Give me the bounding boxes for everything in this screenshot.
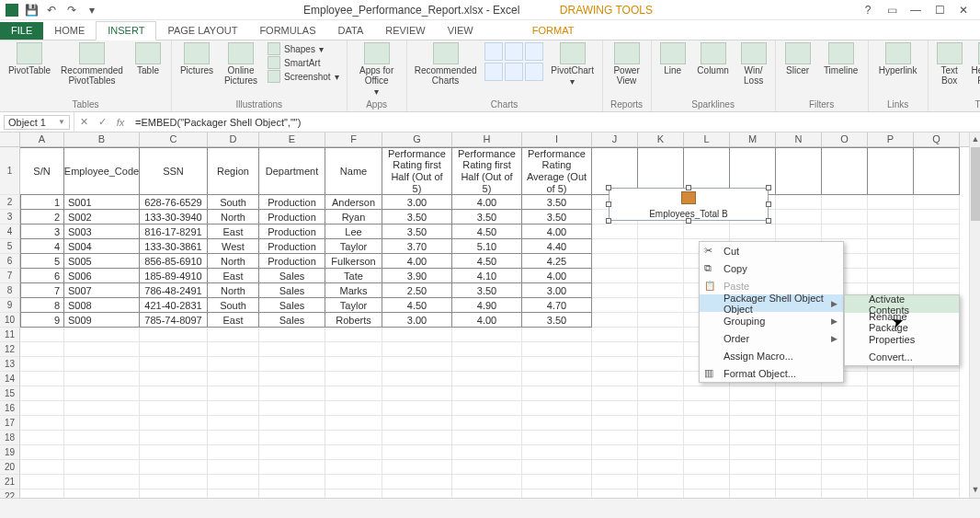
- col-header[interactable]: E: [259, 132, 325, 146]
- resize-handle[interactable]: [606, 201, 611, 207]
- table-cell[interactable]: 3.50: [382, 210, 452, 224]
- col-header[interactable]: A: [20, 132, 64, 146]
- tab-review[interactable]: REVIEW: [374, 22, 436, 40]
- cell[interactable]: [684, 431, 730, 445]
- table-cell[interactable]: 3.50: [522, 313, 592, 328]
- table-cell[interactable]: 4: [20, 239, 64, 254]
- cell[interactable]: [382, 328, 452, 342]
- table-cell[interactable]: Tate: [325, 269, 382, 283]
- select-all-corner[interactable]: [0, 132, 20, 146]
- apps-button[interactable]: Apps for Office ▾: [353, 42, 401, 97]
- cell[interactable]: [259, 386, 325, 401]
- cell[interactable]: [382, 401, 452, 416]
- table-cell[interactable]: S008: [64, 298, 140, 313]
- table-cell[interactable]: North: [208, 254, 259, 269]
- table-header-cell[interactable]: Performance Rating first Half (Out of 5): [452, 147, 522, 195]
- cell[interactable]: [592, 460, 638, 475]
- cell[interactable]: [20, 475, 64, 489]
- table-cell[interactable]: 2.50: [382, 283, 452, 298]
- cell[interactable]: [868, 460, 914, 475]
- cell[interactable]: [822, 147, 868, 195]
- row-header[interactable]: 13: [0, 357, 20, 372]
- cell[interactable]: [140, 445, 208, 460]
- cell[interactable]: [776, 195, 822, 210]
- spreadsheet-grid[interactable]: A B C D E F G H I J K L M N O P Q 1S/NEm…: [0, 132, 980, 498]
- recommended-pivottables-button[interactable]: Recommended PivotTables: [59, 42, 125, 86]
- table-cell[interactable]: 5: [20, 254, 64, 269]
- cell[interactable]: [914, 147, 960, 195]
- table-cell[interactable]: S009: [64, 313, 140, 328]
- cell[interactable]: [208, 416, 259, 431]
- table-cell[interactable]: Marks: [325, 283, 382, 298]
- cell[interactable]: [730, 386, 776, 401]
- menu-item[interactable]: Format Object...: [700, 364, 843, 382]
- cell[interactable]: [914, 401, 960, 416]
- tab-home[interactable]: HOME: [43, 22, 96, 40]
- cell[interactable]: [868, 372, 914, 386]
- table-cell[interactable]: 785-74-8097: [140, 313, 208, 328]
- cell[interactable]: [208, 372, 259, 386]
- cell[interactable]: [914, 489, 960, 498]
- cell[interactable]: [822, 431, 868, 445]
- cell[interactable]: [140, 357, 208, 372]
- cell[interactable]: [914, 224, 960, 239]
- table-cell[interactable]: Lee: [325, 224, 382, 239]
- undo-icon[interactable]: ↶: [44, 3, 59, 17]
- table-cell[interactable]: 3.50: [452, 283, 522, 298]
- cell[interactable]: [592, 328, 638, 342]
- cell[interactable]: [452, 372, 522, 386]
- cell[interactable]: [592, 283, 638, 298]
- col-header[interactable]: F: [325, 132, 382, 146]
- cell[interactable]: [140, 328, 208, 342]
- table-header-cell[interactable]: Performance Rating first Half (Out of 5): [382, 147, 452, 195]
- save-icon[interactable]: 💾: [24, 3, 39, 17]
- col-header[interactable]: C: [140, 132, 208, 146]
- cell[interactable]: [684, 416, 730, 431]
- cell[interactable]: [638, 489, 684, 498]
- table-cell[interactable]: Sales: [259, 269, 325, 283]
- cell[interactable]: [684, 489, 730, 498]
- table-header-cell[interactable]: SSN: [140, 147, 208, 195]
- cell[interactable]: [20, 386, 64, 401]
- cell[interactable]: [382, 489, 452, 498]
- tab-format[interactable]: FORMAT: [521, 22, 586, 40]
- cell[interactable]: [452, 416, 522, 431]
- col-header[interactable]: H: [452, 132, 522, 146]
- cell[interactable]: [208, 357, 259, 372]
- cell[interactable]: [140, 386, 208, 401]
- table-cell[interactable]: East: [208, 269, 259, 283]
- cell[interactable]: [776, 224, 822, 239]
- table-cell[interactable]: S003: [64, 224, 140, 239]
- table-cell[interactable]: Production: [259, 210, 325, 224]
- cell[interactable]: [730, 416, 776, 431]
- cell[interactable]: [868, 239, 914, 254]
- col-header[interactable]: N: [776, 132, 822, 146]
- cell[interactable]: [822, 489, 868, 498]
- cell[interactable]: [730, 475, 776, 489]
- cell[interactable]: [868, 475, 914, 489]
- cell[interactable]: [638, 357, 684, 372]
- cell[interactable]: [914, 210, 960, 224]
- cell[interactable]: [140, 475, 208, 489]
- slicer-button[interactable]: Slicer: [781, 42, 815, 75]
- menu-item[interactable]: Rename Package: [845, 313, 959, 330]
- table-cell[interactable]: 4.70: [522, 298, 592, 313]
- cell[interactable]: [638, 328, 684, 342]
- menu-item[interactable]: Convert...: [845, 348, 959, 365]
- table-cell[interactable]: Ryan: [325, 210, 382, 224]
- cell[interactable]: [868, 489, 914, 498]
- col-header[interactable]: I: [522, 132, 592, 146]
- minimize-icon[interactable]: —: [908, 4, 923, 17]
- table-cell[interactable]: 3: [20, 224, 64, 239]
- cell[interactable]: [522, 401, 592, 416]
- cell[interactable]: [592, 239, 638, 254]
- cell[interactable]: [822, 210, 868, 224]
- cell[interactable]: [868, 269, 914, 283]
- cell[interactable]: [684, 401, 730, 416]
- vertical-scrollbar[interactable]: ▲ ▼: [969, 132, 980, 498]
- qat-customize-icon[interactable]: ▾: [85, 3, 99, 17]
- resize-handle[interactable]: [766, 185, 771, 190]
- cell[interactable]: [140, 431, 208, 445]
- col-header[interactable]: L: [684, 132, 730, 146]
- menu-item[interactable]: Cut: [700, 242, 843, 259]
